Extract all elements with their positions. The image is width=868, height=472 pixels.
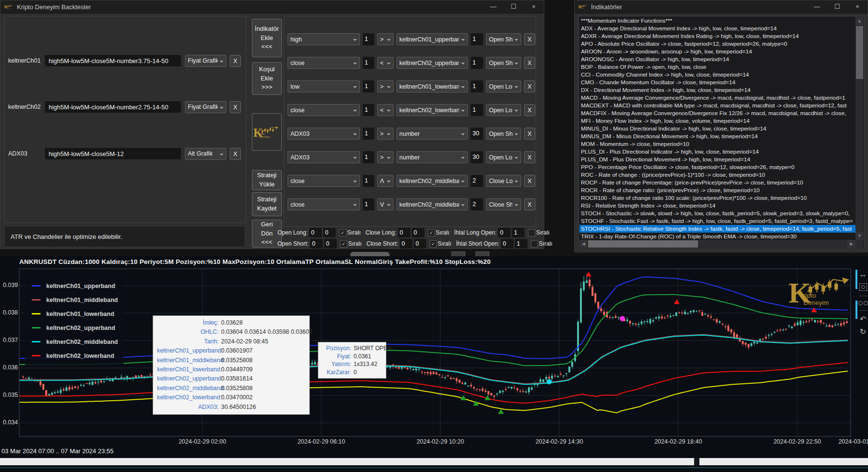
condition-operator-select[interactable]: > — [377, 128, 394, 140]
refresh-icon[interactable]: ↻ — [860, 328, 866, 336]
condition-action-select[interactable]: Open Long — [486, 80, 521, 92]
indicator-list-item[interactable]: CMO - Chande Momentum Oscillator -> clos… — [579, 79, 855, 86]
condition-left-value-input[interactable]: 1 — [363, 80, 374, 92]
indicator-list-item[interactable]: ROC - Rate of change : ((price/prevPrice… — [579, 171, 855, 179]
scroll-down-icon[interactable]: ▼ — [855, 232, 864, 240]
condition-left-value-input[interactable]: 1 — [363, 57, 374, 69]
indicator-list-item[interactable]: MACDEXT - MACD with controllable MA type… — [579, 102, 855, 109]
indicator-list-item[interactable]: ROCR - Rate of change ratio: (price/prev… — [579, 186, 855, 194]
zoom-in-out-icon[interactable] — [858, 301, 868, 305]
indicator-list-item[interactable]: MINUS_DM - Minus Directional Movement ->… — [579, 132, 855, 140]
counter-value-1-input[interactable]: 0 — [310, 239, 323, 249]
scroll-left-icon[interactable]: ◀ — [579, 240, 588, 248]
indicator-list-item[interactable]: TRIX - 1-day Rate-Of-Change (ROC) of a T… — [579, 233, 855, 240]
add-condition-button[interactable]: Koşul Ekle >>> — [252, 62, 282, 95]
remove-condition-button[interactable]: X — [524, 198, 535, 210]
condition-left-select[interactable]: high — [288, 33, 360, 45]
condition-left-select[interactable]: low — [288, 80, 360, 92]
indicator-list-item[interactable]: ADX - Average Directional Movement Index… — [579, 25, 855, 32]
sirali-checkbox[interactable] — [531, 240, 538, 248]
counter-value-1-input[interactable]: 0 — [400, 239, 412, 249]
condition-operator-select[interactable]: > — [377, 151, 394, 163]
minimize-button[interactable]: — — [483, 0, 503, 13]
condition-right-value-input[interactable]: 1 — [471, 33, 483, 45]
indicator-list-item[interactable]: CCI - Commodity Channel Index -> high, l… — [579, 71, 855, 79]
sirali-checkbox[interactable]: ✓ — [428, 229, 435, 236]
indicator-target-select[interactable]: Fiyat Grafik — [185, 55, 226, 67]
condition-left-value-input[interactable]: 1 — [363, 128, 374, 140]
condition-left-value-input[interactable]: 1 — [363, 151, 374, 163]
horizontal-scrollbar-thumb[interactable] — [588, 240, 698, 248]
close-button[interactable]: × — [847, 0, 868, 13]
close-button[interactable]: × — [524, 0, 544, 13]
zoom-region-icon[interactable] — [859, 283, 867, 291]
indicator-definition-input[interactable]: high5M-low5M-close5M-number3.75-14-50 — [44, 54, 182, 67]
condition-right-select[interactable]: number — [396, 151, 468, 163]
indicator-list-item[interactable]: MACDFIX - Moving Average Convergence/Div… — [579, 109, 855, 117]
counter-value-1-input[interactable]: 0 — [498, 228, 511, 237]
counter-value-1-input[interactable]: 0 — [398, 228, 410, 237]
counter-value-2-input[interactable]: 0 — [323, 228, 336, 237]
condition-right-select[interactable]: keltnerCh02_upperband — [396, 57, 468, 69]
horizontal-scrollbar[interactable]: ◀ ▶ — [579, 240, 855, 248]
indicator-list-item[interactable]: APO - Absolute Price Oscillator -> close… — [579, 40, 855, 48]
condition-action-select[interactable]: Close Long — [486, 175, 521, 187]
indicator-definition-input[interactable]: high5M-low5M-close5M-number2.75-14-50 — [44, 101, 182, 113]
condition-right-value-input[interactable]: 2 — [471, 175, 483, 187]
indicator-list-item[interactable]: DX - Directional Movement Index -> high,… — [579, 86, 855, 94]
load-strategy-button[interactable]: Strateji Yükle — [252, 170, 282, 190]
indicator-list-item[interactable]: ***Momentum Indicator Functions*** — [579, 17, 855, 25]
maximize-button[interactable]: ☐ — [827, 0, 847, 13]
condition-action-select[interactable]: Open Short — [486, 57, 521, 69]
condition-right-select[interactable]: keltnerCh02_middleband — [396, 175, 468, 187]
chart-hscrollbar-handle[interactable] — [694, 458, 699, 465]
sirali-checkbox[interactable] — [528, 229, 535, 236]
condition-right-select[interactable]: keltnerCh02_lowerband — [396, 104, 468, 116]
condition-left-value-input[interactable]: 1 — [363, 104, 374, 116]
vertical-scrollbar[interactable]: ▲ ▼ — [855, 17, 864, 240]
add-indicator-button[interactable]: İndikatör Ekle <<< — [252, 19, 282, 57]
condition-left-select[interactable]: close — [288, 104, 360, 116]
condition-right-value-input[interactable]: 30 — [471, 128, 483, 140]
indicator-list-item[interactable]: ROCR100 - Rate of change ratio 100 scale… — [579, 194, 855, 202]
condition-right-value-input[interactable]: 1 — [471, 104, 483, 116]
condition-action-select[interactable]: Open Short — [486, 33, 521, 45]
indicator-list-item[interactable]: STOCHF - Stochastic Fast -> fastk, fastd… — [579, 217, 855, 225]
sirali-checkbox[interactable]: ✓ — [430, 240, 437, 248]
condition-action-select[interactable]: Close Short — [486, 198, 521, 210]
chart-vscroll-segment-2[interactable] — [855, 301, 857, 319]
scroll-right-icon[interactable]: ▶ — [847, 240, 855, 248]
condition-right-value-input[interactable]: 2 — [471, 198, 483, 210]
save-strategy-button[interactable]: Strateji Kaydet — [252, 192, 282, 216]
undo-icon[interactable]: ↶ — [860, 315, 866, 323]
condition-left-select[interactable]: ADX03 — [288, 151, 360, 163]
indicator-list-item[interactable]: STOCHRSI - Stochastic Relative Strength … — [579, 225, 855, 233]
counter-value-2-input[interactable]: 1 — [512, 228, 525, 237]
maximize-button[interactable]: ☐ — [503, 0, 524, 13]
indicator-list-item[interactable]: ROCP - Rate of change Percentage: (price… — [579, 179, 855, 186]
counter-value-2-input[interactable]: 0 — [412, 228, 424, 237]
remove-condition-button[interactable]: X — [524, 128, 535, 140]
indicator-list-item[interactable]: ADXR - Average Directional Movement Inde… — [579, 32, 855, 40]
condition-right-select[interactable]: keltnerCh02_middleband — [396, 198, 468, 210]
indicator-list-item[interactable]: MFI - Money Flow Index -> high, low, clo… — [579, 117, 855, 125]
indicator-list-item[interactable]: BOP - Balance Of Power -> open, high, lo… — [579, 63, 855, 71]
indicator-list-item[interactable]: PPO - Percentage Price Oscillator -> clo… — [579, 163, 855, 171]
condition-right-select[interactable]: keltnerCh01_upperband — [396, 33, 468, 45]
remove-indicator-button[interactable]: X — [230, 55, 241, 67]
condition-right-select[interactable]: number — [396, 128, 468, 140]
condition-operator-select[interactable]: < — [377, 57, 394, 69]
counter-value-1-input[interactable]: 0 — [501, 239, 513, 249]
indicator-list-item[interactable]: MACD - Moving Average Convergence/Diverg… — [579, 94, 855, 102]
indicators-titlebar[interactable]: KriptoDeneyim İndikatörler — ☐ × — [575, 0, 868, 13]
indicator-list-item[interactable]: RSI - Relative Strength Index -> close, … — [579, 202, 855, 210]
scroll-up-icon[interactable]: ▲ — [855, 17, 864, 25]
minimize-button[interactable]: — — [807, 0, 827, 13]
condition-left-select[interactable]: ADX03 — [288, 128, 360, 140]
condition-left-select[interactable]: close — [288, 198, 360, 210]
remove-indicator-button[interactable]: X — [230, 101, 241, 113]
remove-condition-button[interactable]: X — [524, 151, 535, 163]
pan-horizontal-icon[interactable]: ↔ — [859, 271, 867, 278]
condition-operator-select[interactable]: > — [377, 80, 394, 92]
remove-condition-button[interactable]: X — [524, 33, 535, 45]
